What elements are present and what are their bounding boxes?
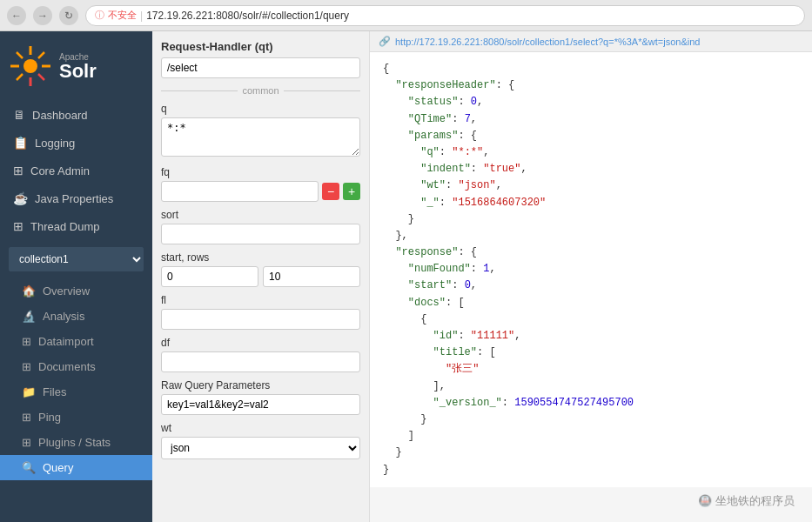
df-label: df bbox=[161, 337, 360, 349]
sort-label: sort bbox=[161, 209, 360, 221]
result-url-icon: 🔗 bbox=[379, 36, 391, 47]
fl-group: fl bbox=[161, 294, 360, 330]
start-input[interactable] bbox=[161, 266, 258, 287]
sub-item-label: Overview bbox=[43, 284, 90, 298]
sidebar-item-label: Thread Dump bbox=[30, 220, 99, 233]
sub-item-label: Plugins / Stats bbox=[38, 436, 111, 449]
sidebar-item-thread-dump[interactable]: ⊞ Thread Dump bbox=[0, 212, 152, 240]
result-url-link[interactable]: http://172.19.26.221:8080/solr/collectio… bbox=[395, 37, 700, 47]
core-admin-icon: ⊞ bbox=[13, 164, 23, 177]
collection-selector[interactable]: collection1 bbox=[9, 247, 144, 271]
sidebar-item-overview[interactable]: 🏠 Overview bbox=[0, 278, 152, 304]
sidebar-item-label: Core Admin bbox=[30, 164, 90, 177]
ping-icon: ⊞ bbox=[22, 411, 31, 424]
split-view: Request-Handler (qt) common q *:* fq bbox=[152, 31, 812, 522]
common-label: common bbox=[242, 85, 278, 96]
handler-label: Request-Handler (qt) bbox=[161, 40, 360, 53]
query-panel: Request-Handler (qt) common q *:* fq bbox=[152, 31, 370, 522]
sidebar: Apache Solr 🖥 Dashboard 📋 Logging ⊞ Core… bbox=[0, 31, 152, 522]
solr-name: Solr bbox=[59, 62, 97, 81]
sidebar-item-dashboard[interactable]: 🖥 Dashboard bbox=[0, 101, 152, 129]
insecure-label: 不安全 bbox=[108, 9, 137, 22]
sidebar-nav: 🖥 Dashboard 📋 Logging ⊞ Core Admin ☕ Jav… bbox=[0, 101, 152, 240]
sidebar-item-java-properties[interactable]: ☕ Java Properties bbox=[0, 184, 152, 212]
sidebar-item-documents[interactable]: ⊞ Documents bbox=[0, 354, 152, 379]
thread-dump-icon: ⊞ bbox=[13, 219, 23, 233]
refresh-button[interactable]: ↻ bbox=[59, 6, 78, 25]
sidebar-item-plugins-stats[interactable]: ⊞ Plugins / Stats bbox=[0, 430, 152, 455]
collection-select[interactable]: collection1 bbox=[9, 247, 144, 271]
fq-input[interactable] bbox=[161, 181, 319, 202]
back-button[interactable]: ← bbox=[7, 6, 26, 25]
watermark: 🚇 坐地铁的程序员 bbox=[698, 493, 795, 509]
svg-line-7 bbox=[38, 52, 44, 58]
svg-line-5 bbox=[17, 52, 23, 58]
sub-item-label: Analysis bbox=[43, 310, 84, 323]
analysis-icon: 🔬 bbox=[22, 310, 36, 323]
sidebar-item-label: Dashboard bbox=[32, 109, 88, 122]
fq-group: fq − + bbox=[161, 166, 360, 202]
result-content: { "responseHeader": { "status": 0, "QTim… bbox=[370, 52, 812, 487]
fl-label: fl bbox=[161, 294, 360, 306]
solr-logo-icon bbox=[9, 44, 52, 88]
documents-icon: ⊞ bbox=[22, 360, 31, 373]
sub-item-label: Documents bbox=[38, 360, 96, 373]
java-icon: ☕ bbox=[13, 191, 28, 205]
security-icon: ⓘ bbox=[95, 9, 104, 22]
df-input[interactable] bbox=[161, 351, 360, 372]
content-area: Request-Handler (qt) common q *:* fq bbox=[152, 31, 812, 522]
sidebar-item-analysis[interactable]: 🔬 Analysis bbox=[0, 304, 152, 329]
raw-params-group: Raw Query Parameters bbox=[161, 379, 360, 415]
sidebar-item-dataimport[interactable]: ⊞ Dataimport bbox=[0, 329, 152, 354]
main-layout: Apache Solr 🖥 Dashboard 📋 Logging ⊞ Core… bbox=[0, 31, 812, 522]
fl-input[interactable] bbox=[161, 309, 360, 330]
sidebar-item-files[interactable]: 📁 Files bbox=[0, 379, 152, 405]
handler-input[interactable] bbox=[161, 57, 360, 78]
sidebar-item-logging[interactable]: 📋 Logging bbox=[0, 129, 152, 157]
svg-point-0 bbox=[23, 59, 37, 73]
sidebar-logo: Apache Solr bbox=[0, 31, 152, 101]
browser-bar: ← → ↻ ⓘ 不安全 | 172.19.26.221:8080/solr/#/… bbox=[0, 0, 812, 31]
raw-params-input[interactable] bbox=[161, 394, 360, 415]
q-group: q *:* bbox=[161, 103, 360, 159]
q-input[interactable]: *:* bbox=[161, 117, 360, 157]
q-label: q bbox=[161, 103, 360, 115]
sidebar-item-core-admin[interactable]: ⊞ Core Admin bbox=[0, 157, 152, 184]
url-text: 172.19.26.221:8080/solr/#/collection1/qu… bbox=[146, 10, 349, 22]
fq-add-button[interactable]: + bbox=[343, 183, 360, 200]
dashboard-icon: 🖥 bbox=[13, 108, 25, 122]
fq-remove-button[interactable]: − bbox=[322, 183, 339, 200]
svg-line-6 bbox=[38, 74, 44, 80]
raw-params-label: Raw Query Parameters bbox=[161, 379, 360, 392]
start-rows-label: start, rows bbox=[161, 251, 360, 264]
collection-sub-items: 🏠 Overview 🔬 Analysis ⊞ Dataimport ⊞ Doc… bbox=[0, 278, 152, 480]
forward-button[interactable]: → bbox=[33, 6, 52, 25]
files-icon: 📁 bbox=[22, 385, 36, 398]
fq-label: fq bbox=[161, 166, 360, 178]
sidebar-item-query[interactable]: 🔍 Query bbox=[0, 455, 152, 480]
result-wrapper: 🔗 http://172.19.26.221:8080/solr/collect… bbox=[370, 31, 812, 522]
start-rows-group: start, rows bbox=[161, 251, 360, 287]
url-bar[interactable]: ⓘ 不安全 | 172.19.26.221:8080/solr/#/collec… bbox=[85, 5, 805, 26]
logging-icon: 📋 bbox=[13, 136, 28, 150]
sort-input[interactable] bbox=[161, 224, 360, 244]
plugins-icon: ⊞ bbox=[22, 436, 31, 449]
result-url-bar: 🔗 http://172.19.26.221:8080/solr/collect… bbox=[370, 31, 812, 52]
sort-group: sort bbox=[161, 209, 360, 244]
sidebar-item-ping[interactable]: ⊞ Ping bbox=[0, 405, 152, 430]
overview-icon: 🏠 bbox=[22, 284, 36, 298]
svg-line-8 bbox=[17, 74, 23, 80]
sub-item-label: Ping bbox=[38, 411, 61, 424]
watermark-text: 🚇 坐地铁的程序员 bbox=[698, 494, 795, 507]
wt-group: wt json xml csv bbox=[161, 422, 360, 459]
logo-text: Apache Solr bbox=[59, 52, 97, 81]
common-divider: common bbox=[161, 85, 360, 96]
query-icon: 🔍 bbox=[22, 461, 36, 474]
wt-label: wt bbox=[161, 422, 360, 434]
sidebar-item-label: Java Properties bbox=[35, 192, 113, 205]
result-panel: 🔗 http://172.19.26.221:8080/solr/collect… bbox=[370, 31, 812, 487]
sub-item-label: Files bbox=[43, 385, 66, 398]
wt-select[interactable]: json xml csv bbox=[161, 437, 360, 459]
rows-input[interactable] bbox=[263, 266, 360, 287]
fq-row: − + bbox=[161, 181, 360, 202]
